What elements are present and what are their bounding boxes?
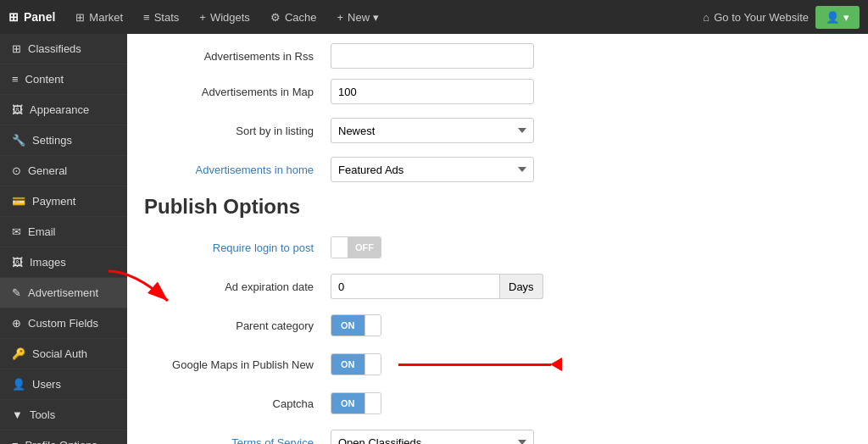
goto-website-link[interactable]: ⌂ Go to Your Website <box>703 11 809 24</box>
arrow-line <box>398 364 551 366</box>
general-icon: ⊙ <box>12 164 21 177</box>
toggle-thumb <box>364 315 381 336</box>
toggle-on-label: ON <box>331 393 364 413</box>
sidebar-label-settings: Settings <box>32 134 72 147</box>
brand-logo[interactable]: ⊞ Panel <box>8 10 55 24</box>
require-login-label: Require login to post <box>144 241 331 254</box>
new-nav-item[interactable]: + New ▾ <box>328 8 387 27</box>
toggle-thumb <box>364 393 381 413</box>
goto-website-label: Go to Your Website <box>714 11 809 24</box>
widgets-label: Widgets <box>210 11 250 24</box>
sidebar-item-tools[interactable]: ▼ Tools <box>0 400 127 430</box>
market-nav-item[interactable]: ⊞ Market <box>67 8 131 27</box>
sidebar-label-payment: Payment <box>32 195 75 208</box>
user-button[interactable]: 👤 ▾ <box>815 6 860 29</box>
parent-category-toggle[interactable]: ON <box>331 314 381 336</box>
market-icon: ⊞ <box>75 11 85 24</box>
sidebar-label-profile-options: Profile Options <box>25 439 97 444</box>
form-row-google-maps: Google Maps in Publish New ON <box>144 351 851 378</box>
ad-expiration-group: Days <box>331 274 543 299</box>
sidebar-item-payment[interactable]: 💳 Payment <box>0 186 127 217</box>
ad-expiration-label: Ad expiration date <box>144 280 331 293</box>
appearance-icon: 🖼 <box>12 103 23 116</box>
sort-by-select[interactable]: Newest Oldest Price Low Price High <box>331 118 534 143</box>
parent-category-label: Parent category <box>144 319 331 332</box>
form-row-ads-in-home: Advertisements in home Featured Ads Newe… <box>144 156 851 183</box>
profile-options-icon: ≡ <box>12 439 19 444</box>
sidebar-item-content[interactable]: ≡ Content <box>0 64 127 95</box>
form-row-sort-by: Sort by in listing Newest Oldest Price L… <box>144 117 851 144</box>
form-section: Advertisements in Rss Advertisements in … <box>127 34 868 444</box>
email-icon: ✉ <box>12 225 21 238</box>
sidebar-item-custom-fields[interactable]: ⊕ Custom Fields <box>0 308 127 339</box>
sidebar-item-images[interactable]: 🖼 Images <box>0 247 127 278</box>
images-icon: 🖼 <box>12 256 23 269</box>
form-row-captcha: Captcha ON <box>144 390 851 417</box>
form-row-ad-expiration: Ad expiration date Days <box>144 273 851 300</box>
content-area: Advertisements in Rss Advertisements in … <box>127 34 868 444</box>
sidebar-label-content: Content <box>25 73 64 86</box>
advertisement-icon: ✎ <box>12 286 21 299</box>
tools-icon: ▼ <box>12 408 23 421</box>
ads-in-rss-input[interactable] <box>331 43 534 69</box>
sidebar-label-social-auth: Social Auth <box>32 347 87 360</box>
ads-in-home-select[interactable]: Featured Ads Newest Ads Random Ads <box>331 157 534 182</box>
user-icon: 👤 <box>826 11 840 24</box>
arrow-head <box>550 358 562 371</box>
sidebar-label-appearance: Appearance <box>30 103 89 116</box>
red-arrow-indicator <box>398 358 562 371</box>
sidebar-item-appearance[interactable]: 🖼 Appearance <box>0 95 127 125</box>
terms-of-service-label: Terms of Service <box>144 436 331 445</box>
form-row-require-login: Require login to post OFF <box>144 234 851 261</box>
sidebar-item-email[interactable]: ✉ Email <box>0 217 127 247</box>
social-auth-icon: 🔑 <box>12 347 25 360</box>
cache-label: Cache <box>285 11 317 24</box>
form-row-ads-in-map: Advertisements in Map <box>144 78 851 105</box>
top-navigation: ⊞ Panel ⊞ Market ≡ Stats + Widgets ⚙ Cac… <box>0 0 868 34</box>
captcha-toggle[interactable]: ON <box>331 392 381 414</box>
gear-icon: ⚙ <box>270 11 281 24</box>
ads-in-map-input[interactable] <box>331 79 534 104</box>
stats-nav-item[interactable]: ≡ Stats <box>135 8 187 27</box>
stats-label: Stats <box>154 11 180 24</box>
google-maps-toggle[interactable]: ON <box>331 353 381 375</box>
form-row-ads-in-rss: Advertisements in Rss <box>144 42 851 69</box>
require-login-toggle[interactable]: OFF <box>331 236 381 258</box>
toggle-off-label: OFF <box>348 237 381 258</box>
sidebar-item-classifieds[interactable]: ⊞ Classifieds <box>0 34 127 64</box>
sidebar-label-images: Images <box>30 256 66 269</box>
sidebar-label-custom-fields: Custom Fields <box>28 317 98 330</box>
sidebar-item-profile-options[interactable]: ≡ Profile Options <box>0 430 127 444</box>
sidebar-label-general: General <box>28 164 67 177</box>
content-icon: ≡ <box>12 73 19 86</box>
ads-in-map-label: Advertisements in Map <box>144 86 331 98</box>
ads-in-home-label: Advertisements in home <box>144 164 331 176</box>
sidebar-item-users[interactable]: 👤 Users <box>0 369 127 400</box>
brand-label: Panel <box>24 10 55 24</box>
new-plus-icon: + <box>337 11 343 24</box>
sidebar-item-general[interactable]: ⊙ General <box>0 156 127 186</box>
sidebar: ⊞ Classifieds ≡ Content 🖼 Appearance 🔧 S… <box>0 34 127 444</box>
toggle-thumb <box>364 354 381 375</box>
grid-icon: ⊞ <box>8 10 19 24</box>
plus-icon: + <box>199 11 206 24</box>
top-nav-right: ⌂ Go to Your Website 👤 ▾ <box>703 6 860 29</box>
widgets-nav-item[interactable]: + Widgets <box>191 8 259 27</box>
sidebar-item-settings[interactable]: 🔧 Settings <box>0 125 127 156</box>
toggle-on-label: ON <box>331 354 364 375</box>
sidebar-item-social-auth[interactable]: 🔑 Social Auth <box>0 339 127 369</box>
users-icon: 👤 <box>12 378 25 391</box>
new-label: New ▾ <box>348 11 379 24</box>
user-dropdown-arrow: ▾ <box>843 11 849 24</box>
market-label: Market <box>89 11 123 24</box>
sidebar-item-advertisement[interactable]: ✎ Advertisement <box>0 278 127 308</box>
stats-icon: ≡ <box>143 11 150 24</box>
terms-of-service-select[interactable]: Open Classifieds Custom Page Disabled <box>331 430 534 444</box>
main-layout: ⊞ Classifieds ≡ Content 🖼 Appearance 🔧 S… <box>0 34 868 444</box>
sort-by-label: Sort by in listing <box>144 125 331 137</box>
custom-fields-icon: ⊕ <box>12 317 21 330</box>
payment-icon: 💳 <box>12 195 25 208</box>
google-maps-label: Google Maps in Publish New <box>144 358 331 371</box>
cache-nav-item[interactable]: ⚙ Cache <box>262 8 326 27</box>
ad-expiration-input[interactable] <box>331 274 500 299</box>
